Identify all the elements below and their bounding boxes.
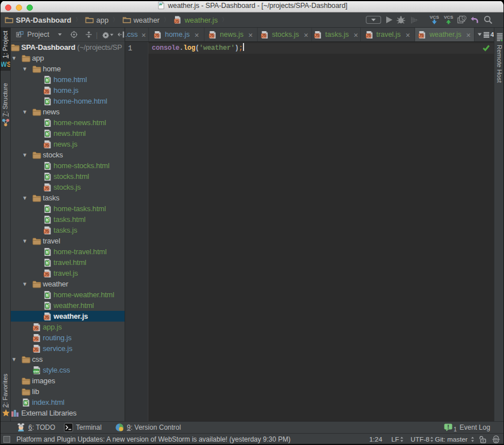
- svg-text:h: h: [46, 99, 49, 104]
- svg-text:JS: JS: [419, 33, 424, 37]
- svg-text:JS: JS: [44, 272, 49, 276]
- svg-text:h: h: [46, 207, 49, 212]
- svg-text:h: h: [46, 174, 49, 179]
- svg-text:h: h: [46, 121, 49, 126]
- svg-text:JS: JS: [33, 336, 39, 340]
- svg-text:JS: JS: [155, 33, 159, 37]
- svg-text:h: h: [46, 78, 49, 83]
- svg-text:JS: JS: [262, 33, 266, 37]
- svg-text:S: S: [7, 61, 10, 69]
- svg-text:VCS: VCS: [430, 15, 439, 20]
- svg-text:JS: JS: [44, 186, 49, 190]
- svg-text:h: h: [46, 164, 49, 169]
- svg-text:JS: JS: [44, 89, 49, 93]
- svg-text:h: h: [46, 293, 49, 298]
- svg-text:h: h: [46, 303, 49, 309]
- svg-text:JS: JS: [210, 33, 214, 37]
- svg-text:JS: JS: [44, 315, 49, 319]
- svg-text:JS: JS: [33, 347, 39, 351]
- svg-text:h: h: [46, 260, 49, 266]
- svg-text:JS: JS: [174, 19, 180, 23]
- svg-text:h: h: [24, 400, 27, 405]
- svg-text:W: W: [1, 60, 7, 69]
- svg-text:JS: JS: [44, 229, 49, 233]
- svg-text:JS: JS: [315, 33, 319, 37]
- svg-text:JS: JS: [44, 143, 49, 147]
- svg-text:h: h: [46, 131, 49, 136]
- svg-text:VCS: VCS: [444, 15, 454, 20]
- svg-text:JS: JS: [366, 33, 370, 37]
- svg-text:JS: JS: [33, 326, 39, 330]
- svg-text:h: h: [46, 250, 49, 255]
- svg-text:css: css: [33, 369, 39, 373]
- svg-text:h: h: [46, 217, 49, 222]
